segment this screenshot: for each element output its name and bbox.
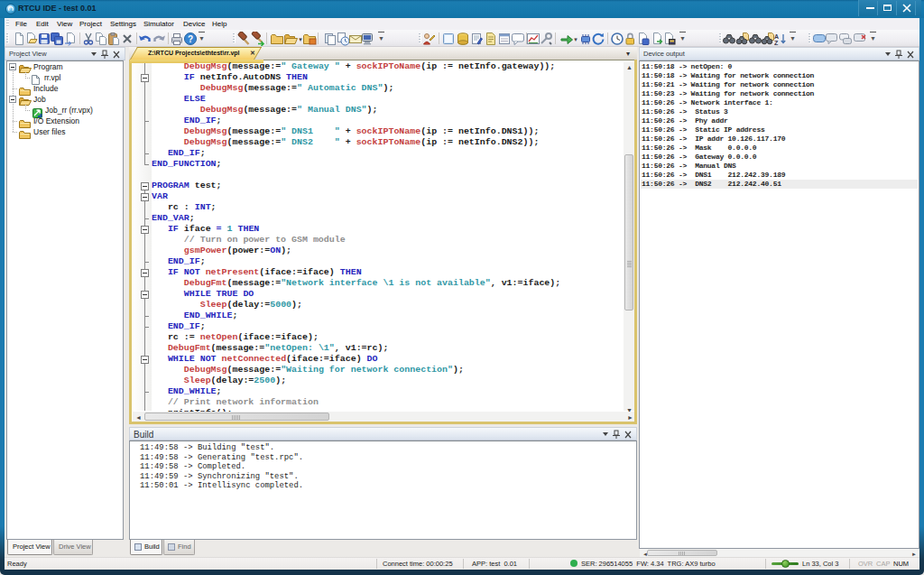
svg-text:Z: Z [774, 40, 779, 46]
svg-text:A: A [774, 33, 779, 40]
svg-text:?: ? [188, 34, 193, 44]
